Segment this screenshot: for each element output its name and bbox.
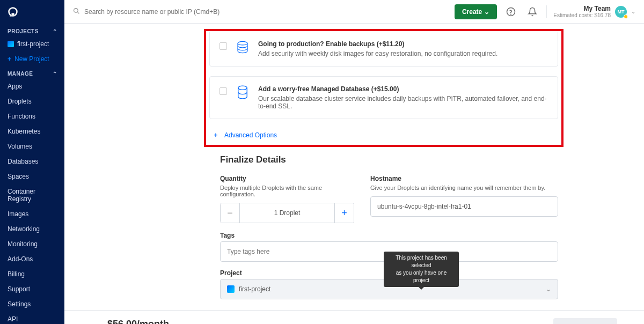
svg-rect-3 xyxy=(10,15,11,17)
search-wrap xyxy=(73,8,448,16)
new-project-label: New Project xyxy=(14,55,49,63)
search-icon xyxy=(73,8,80,16)
project-tooltip: This project has been selected as you on… xyxy=(384,252,459,287)
manage-label: MANAGE xyxy=(8,71,33,77)
disk-stack-icon xyxy=(236,40,250,54)
team-cost: Estimated costs: $16.78 xyxy=(553,12,611,18)
tooltip-line1: This project has been selected xyxy=(396,255,447,268)
avatar-badge xyxy=(624,14,628,19)
sidebar: PROJECTS ⌃ first-project + New Project M… xyxy=(0,0,64,324)
sidebar-item-api[interactable]: API xyxy=(0,312,64,324)
database-option-card[interactable]: Add a worry-free Managed Database (+$15.… xyxy=(209,76,558,119)
team-name: My Team xyxy=(553,5,611,12)
hostname-label: Hostname xyxy=(370,175,558,182)
chevron-up-icon: ⌃ xyxy=(53,71,57,77)
sidebar-item-images[interactable]: Images xyxy=(0,207,64,222)
sidebar-item-volumes[interactable]: Volumes xyxy=(0,139,64,154)
chevron-down-icon: ⌄ xyxy=(631,9,635,14)
chevron-down-icon: ⌄ xyxy=(484,8,489,16)
sidebar-item-functions[interactable]: Functions xyxy=(0,109,64,124)
sidebar-item-apps[interactable]: Apps xyxy=(0,79,64,94)
quantity-decrement[interactable]: − xyxy=(221,203,240,223)
sidebar-item-add-ons[interactable]: Add-Ons xyxy=(0,252,64,267)
search-input[interactable] xyxy=(84,8,448,16)
svg-point-4 xyxy=(74,8,78,12)
sidebar-item-databases[interactable]: Databases xyxy=(0,154,64,169)
project-value: first-project xyxy=(239,285,270,293)
svg-line-5 xyxy=(77,12,79,13)
project-icon xyxy=(227,285,235,293)
create-button[interactable]: Create ⌄ xyxy=(455,4,497,19)
plus-icon: + xyxy=(8,55,11,63)
advanced-options-label: Advanced Options xyxy=(224,131,277,139)
sidebar-item-spaces[interactable]: Spaces xyxy=(0,169,64,184)
avatar[interactable]: MT xyxy=(615,6,627,18)
backup-desc: Add security with weekly disk images for… xyxy=(258,50,497,57)
manage-header[interactable]: MANAGE ⌃ xyxy=(0,67,64,79)
chevron-up-icon: ⌃ xyxy=(53,28,57,34)
sidebar-item-settings[interactable]: Settings xyxy=(0,297,64,312)
backup-checkbox[interactable] xyxy=(219,42,227,50)
quantity-hint: Deploy multiple Droplets with the same c… xyxy=(220,185,354,197)
finalize-heading: Finalize Details xyxy=(220,154,558,165)
avatar-initials: MT xyxy=(618,9,625,14)
hostname-hint: Give your Droplets an identifying name y… xyxy=(370,185,558,191)
team-block[interactable]: My Team Estimated costs: $16.78 MT ⌄ xyxy=(553,5,635,18)
sidebar-item-support[interactable]: Support xyxy=(0,282,64,297)
sidebar-item-first-project[interactable]: first-project xyxy=(0,36,64,51)
svg-point-8 xyxy=(238,41,247,45)
divider xyxy=(546,5,547,18)
topbar: Create ⌄ My Team Estimated costs: $16.78… xyxy=(64,0,644,24)
create-droplet-button[interactable]: Create Droplet xyxy=(553,318,617,324)
sidebar-item-container-registry[interactable]: Container Registry xyxy=(0,184,64,207)
backup-option-card[interactable]: Going to production? Enable backups (+$1… xyxy=(209,32,558,67)
chevron-down-icon: ⌄ xyxy=(546,285,551,293)
pricing-footer: $56.00/month $0.083/hour CREATE VIA COMM… xyxy=(64,310,644,324)
database-checkbox[interactable] xyxy=(219,87,227,95)
help-button[interactable] xyxy=(503,4,518,19)
sidebar-item-billing[interactable]: Billing xyxy=(0,267,64,282)
svg-point-9 xyxy=(238,86,247,90)
svg-rect-2 xyxy=(12,13,14,16)
advanced-options-toggle[interactable]: + Advanced Options xyxy=(206,129,561,142)
price-monthly: $56.00/month xyxy=(107,319,169,324)
db-desc: Our scalable database cluster service in… xyxy=(258,95,548,110)
project-name: first-project xyxy=(17,40,49,48)
sidebar-item-droplets[interactable]: Droplets xyxy=(0,94,64,109)
backup-title: Going to production? Enable backups (+$1… xyxy=(258,40,497,48)
plus-icon: + xyxy=(211,131,220,139)
notifications-button[interactable] xyxy=(525,4,540,19)
tags-label: Tags xyxy=(220,232,558,239)
quantity-value: 1 Droplet xyxy=(240,203,334,223)
projects-header[interactable]: PROJECTS ⌃ xyxy=(0,24,64,36)
finalize-section: Finalize Details Quantity Deploy multipl… xyxy=(64,154,644,299)
logo[interactable] xyxy=(0,0,64,24)
database-icon xyxy=(236,85,250,99)
new-project-button[interactable]: + New Project xyxy=(0,51,64,67)
recommended-options-box: Going to production? Enable backups (+$1… xyxy=(204,29,564,147)
quantity-increment[interactable]: + xyxy=(334,203,354,223)
svg-point-7 xyxy=(511,14,511,14)
tooltip-line2: as you only have one project xyxy=(396,270,447,283)
project-icon xyxy=(8,41,14,47)
projects-label: PROJECTS xyxy=(8,28,39,34)
db-title: Add a worry-free Managed Database (+$15.… xyxy=(258,85,548,93)
sidebar-item-monitoring[interactable]: Monitoring xyxy=(0,237,64,252)
create-label: Create xyxy=(462,8,482,16)
quantity-stepper: − 1 Droplet + xyxy=(220,203,354,223)
sidebar-item-kubernetes[interactable]: Kubernetes xyxy=(0,124,64,139)
hostname-input[interactable] xyxy=(370,196,558,217)
sidebar-item-networking[interactable]: Networking xyxy=(0,222,64,237)
quantity-label: Quantity xyxy=(220,175,354,182)
